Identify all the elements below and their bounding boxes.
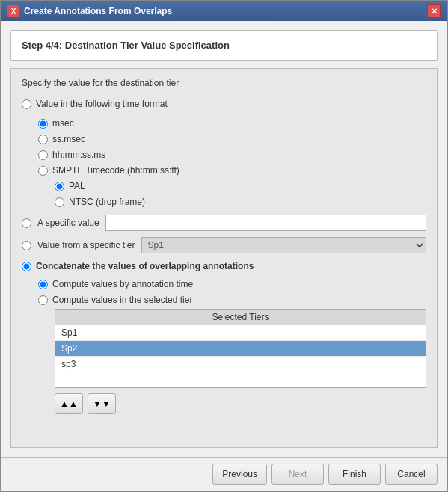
hh-mm-ss-radio[interactable] xyxy=(38,150,48,160)
smpte-label: SMPTE Timecode (hh:mm:ss:ff) xyxy=(52,165,179,176)
ntsc-option[interactable]: NTSC (drop frame) xyxy=(55,197,426,207)
tier-row-sp1[interactable]: Sp1 xyxy=(55,325,426,341)
selected-tiers-container: Selected Tiers Sp1 Sp2 sp3 xyxy=(55,309,426,388)
by-time-label: Compute values by annotation time xyxy=(52,279,193,289)
concatenate-suboptions: Compute values by annotation time Comput… xyxy=(38,277,426,414)
tiers-table-empty xyxy=(55,372,426,387)
hh-mm-ss-option[interactable]: hh:mm:ss.ms xyxy=(38,150,426,160)
ss-msec-radio[interactable] xyxy=(38,135,48,144)
main-window: X Create Annotations From Overlaps ✕ Ste… xyxy=(0,0,448,492)
move-up-button[interactable]: ▲▲ xyxy=(55,393,83,414)
smpte-option[interactable]: SMPTE Timecode (hh:mm:ss:ff) xyxy=(38,165,426,176)
group-label: Specify the value for the destination ti… xyxy=(22,78,426,88)
pal-radio[interactable] xyxy=(55,182,64,191)
smpte-radio[interactable] xyxy=(38,166,48,176)
msec-label: msec xyxy=(52,118,74,129)
close-button[interactable]: ✕ xyxy=(427,4,441,18)
step-label: Step 4/4: Destination Tier Value Specifi… xyxy=(22,40,230,51)
selected-tier-compute-label: Compute values in the selected tier xyxy=(52,295,192,305)
specific-tier-label[interactable]: Value from a specific tier xyxy=(37,240,135,250)
smpte-suboptions: PAL NTSC (drop frame) xyxy=(55,179,426,209)
tiers-table-header: Selected Tiers xyxy=(55,310,426,325)
concatenate-label[interactable]: Concatenate the values of overlapping an… xyxy=(36,261,254,271)
time-format-suboptions: msec ss.msec hh:mm:ss.ms SMPTE Timecode … xyxy=(38,117,426,209)
time-format-radio[interactable] xyxy=(22,99,31,109)
tier-arrow-buttons: ▲▲ ▼▼ xyxy=(55,393,426,414)
specific-value-label[interactable]: A specific value xyxy=(37,218,99,228)
title-bar-left: X Create Annotations From Overlaps xyxy=(7,5,172,17)
window-title: Create Annotations From Overlaps xyxy=(24,6,172,16)
app-icon: X xyxy=(7,5,19,17)
msec-radio[interactable] xyxy=(38,119,48,129)
step-header: Step 4/4: Destination Tier Value Specifi… xyxy=(10,30,438,61)
bottom-bar: Previous Next Finish Cancel xyxy=(1,457,447,491)
tiers-table: Selected Tiers Sp1 Sp2 sp3 xyxy=(55,309,426,388)
concatenate-radio[interactable] xyxy=(22,262,31,271)
by-time-radio[interactable] xyxy=(38,280,48,289)
ntsc-radio[interactable] xyxy=(55,197,64,207)
ntsc-label: NTSC (drop frame) xyxy=(69,197,145,207)
tier-select-row: Value from a specific tier Sp1 xyxy=(22,237,426,253)
pal-option[interactable]: PAL xyxy=(55,181,426,191)
selected-tier-compute-option[interactable]: Compute values in the selected tier xyxy=(38,295,426,305)
main-group: Specify the value for the destination ti… xyxy=(10,68,438,448)
ss-msec-option[interactable]: ss.msec xyxy=(38,134,426,144)
specific-value-radio[interactable] xyxy=(22,218,31,228)
content-area: Step 4/4: Destination Tier Value Specifi… xyxy=(1,21,447,457)
finish-button[interactable]: Finish xyxy=(328,464,381,485)
specific-value-input[interactable] xyxy=(105,215,426,231)
next-button[interactable]: Next xyxy=(271,464,324,485)
pal-label: PAL xyxy=(69,181,85,191)
concatenate-section: Concatenate the values of overlapping an… xyxy=(22,259,426,414)
by-time-option[interactable]: Compute values by annotation time xyxy=(38,279,426,289)
time-format-label[interactable]: Value in the following time format xyxy=(36,99,168,109)
selected-tier-compute-radio[interactable] xyxy=(38,295,48,305)
time-format-option[interactable]: Value in the following time format xyxy=(22,99,426,109)
previous-button[interactable]: Previous xyxy=(212,464,267,485)
title-bar: X Create Annotations From Overlaps ✕ xyxy=(1,1,447,21)
specific-value-row: A specific value xyxy=(22,215,426,231)
ss-msec-label: ss.msec xyxy=(52,134,85,144)
hh-mm-ss-label: hh:mm:ss.ms xyxy=(52,150,105,160)
specific-tier-radio[interactable] xyxy=(22,241,31,250)
concatenate-option[interactable]: Concatenate the values of overlapping an… xyxy=(22,261,426,271)
move-down-button[interactable]: ▼▼ xyxy=(88,393,116,414)
tier-row-sp3[interactable]: sp3 xyxy=(55,357,426,372)
msec-option[interactable]: msec xyxy=(38,118,426,129)
tier-row-sp2[interactable]: Sp2 xyxy=(55,341,426,357)
cancel-button[interactable]: Cancel xyxy=(385,464,438,485)
tier-dropdown[interactable]: Sp1 xyxy=(141,237,427,253)
